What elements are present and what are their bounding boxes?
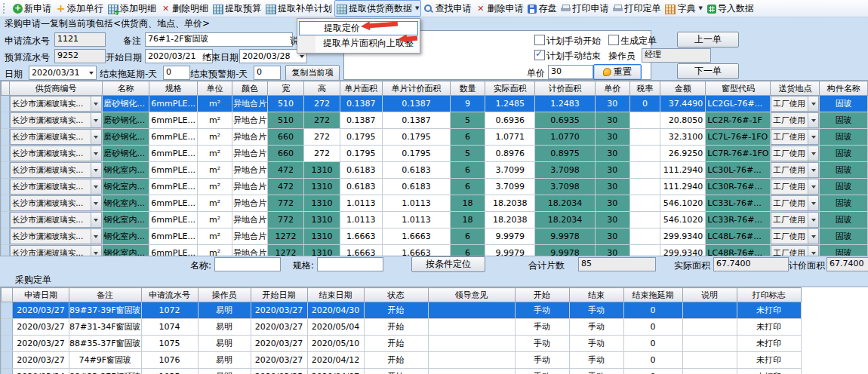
chevron-down-icon[interactable] bbox=[91, 213, 101, 227]
toolbar-button[interactable]: 新申请 bbox=[11, 0, 54, 17]
detail-grid-header-cell[interactable]: 单片计价面积 bbox=[382, 81, 450, 96]
chevron-down-icon[interactable] bbox=[808, 196, 818, 210]
plan-manual-end-checkbox[interactable] bbox=[534, 50, 545, 60]
delay-field[interactable]: 0 bbox=[163, 66, 190, 80]
detail-grid-row[interactable]: 长沙市潇湘玻璃实...钢化室内...6mmPLE...m²异地合片1272131… bbox=[2, 245, 868, 257]
detail-grid-header-cell[interactable]: 窗型代码 bbox=[706, 81, 771, 96]
order-grid-header-cell[interactable]: 说明 bbox=[682, 288, 737, 302]
toolbar-button[interactable]: 打印定单 bbox=[611, 0, 663, 17]
detail-grid-header-cell[interactable]: 规格 bbox=[149, 81, 198, 96]
order-grid-row[interactable]: 2020/03/2787#31-34F窗固玻1074易明2020/03/2720… bbox=[2, 319, 802, 336]
detail-grid-header-cell[interactable]: 计价面积 bbox=[535, 81, 595, 96]
toolbar-button[interactable]: 查找申请 bbox=[421, 0, 473, 17]
detail-grid-header-cell[interactable]: 单片面积 bbox=[340, 81, 382, 96]
detail-grid-cell[interactable]: 长沙市潇湘玻璃实... bbox=[10, 179, 102, 195]
order-grid-header-cell[interactable]: 结束日期 bbox=[307, 288, 364, 302]
chevron-down-icon[interactable] bbox=[91, 113, 101, 127]
detail-grid-cell[interactable]: 长沙市潇湘玻璃实... bbox=[10, 146, 102, 162]
detail-grid-header-cell[interactable]: 实际面积 bbox=[485, 81, 535, 96]
detail-grid-row[interactable]: 长沙市潇湘玻璃实...磨砂钢化...6mmPLE...m²异地合片6602720… bbox=[2, 129, 868, 146]
detail-grid-row[interactable]: 长沙市潇湘玻璃实...钢化室内...6mmPLE...m²异地合片1272131… bbox=[2, 228, 868, 245]
toolbar-button[interactable]: 添加明细 bbox=[106, 0, 159, 17]
order-grid-header-cell[interactable]: 结束拖延期 bbox=[623, 288, 682, 302]
detail-grid-cell[interactable]: 长沙市潇湘玻璃实... bbox=[10, 212, 102, 228]
chevron-down-icon[interactable] bbox=[808, 146, 818, 161]
chevron-down-icon[interactable] bbox=[91, 130, 101, 144]
detail-grid-header-cell[interactable]: 颜色 bbox=[232, 81, 268, 96]
detail-grid-header-cell[interactable]: 单价 bbox=[595, 81, 629, 96]
chevron-down-icon[interactable] bbox=[808, 113, 818, 127]
generate-order-checkbox[interactable] bbox=[608, 35, 619, 45]
detail-grid-cell[interactable]: 长沙市潇湘玻璃实... bbox=[10, 162, 102, 179]
chevron-down-icon[interactable] bbox=[91, 246, 101, 256]
detail-grid-cell[interactable]: 长沙市潇湘玻璃实... bbox=[10, 228, 102, 245]
toolbar-button[interactable]: 提取补单计划 bbox=[263, 0, 334, 17]
toolbar-button[interactable]: 存盘 bbox=[525, 0, 559, 17]
order-grid-row[interactable]: 2020/03/2488#23-27F门顶玻1035易明2020/03/2520… bbox=[2, 369, 802, 374]
detail-grid-header-cell[interactable]: 宽 bbox=[267, 81, 303, 96]
toolbar-button[interactable]: 提取预算 bbox=[211, 0, 263, 17]
warning-field[interactable]: 0 bbox=[254, 66, 281, 80]
detail-grid-row[interactable]: 长沙市潇湘玻璃实...钢化室内...6mmPLE...m²异地合片4721310… bbox=[2, 162, 868, 179]
chevron-down-icon[interactable] bbox=[808, 130, 818, 144]
order-grid-header-cell[interactable]: 申请流水号 bbox=[141, 288, 198, 302]
chevron-down-icon[interactable] bbox=[808, 163, 818, 177]
order-grid-row[interactable]: 2020/03/2788#35-37F窗固玻1075易明2020/03/2720… bbox=[2, 336, 802, 352]
detail-grid-cell[interactable]: 工厂使用 bbox=[771, 245, 820, 257]
filter-name-input[interactable] bbox=[214, 257, 281, 271]
detail-grid-cell[interactable]: 长沙市潇湘玻璃实... bbox=[10, 112, 102, 129]
unit-price-field[interactable]: 30 bbox=[548, 65, 593, 79]
detail-grid-cell[interactable]: 工厂使用 bbox=[771, 112, 820, 129]
chevron-down-icon[interactable] bbox=[808, 213, 818, 227]
previous-order-button[interactable]: 上一单 bbox=[677, 32, 739, 48]
detail-grid-cell[interactable]: 工厂使用 bbox=[771, 146, 820, 162]
toolbar-button[interactable]: 字典▼ bbox=[663, 0, 704, 17]
toolbar-button[interactable]: 打印申请 bbox=[559, 0, 611, 17]
detail-grid-header-cell[interactable]: 供货商编号 bbox=[10, 81, 102, 96]
order-grid-header-cell[interactable]: 备注 bbox=[69, 288, 142, 302]
detail-grid-header-cell[interactable]: 单位 bbox=[197, 81, 232, 96]
chevron-down-icon[interactable] bbox=[91, 179, 101, 194]
chevron-down-icon[interactable] bbox=[86, 66, 96, 79]
order-grid-header-cell[interactable]: 状态 bbox=[364, 288, 428, 302]
detail-grid-cell[interactable]: 长沙市潇湘玻璃实... bbox=[10, 129, 102, 146]
detail-grid-cell[interactable]: 长沙市潇湘玻璃实... bbox=[10, 96, 102, 112]
filter-spec-input[interactable] bbox=[317, 257, 383, 271]
detail-grid-cell[interactable]: 工厂使用 bbox=[771, 179, 820, 195]
detail-grid-header-cell[interactable]: 构件名称 bbox=[820, 81, 868, 96]
detail-grid-header-cell[interactable]: 高 bbox=[304, 81, 340, 96]
reset-button[interactable]: 重置 bbox=[593, 64, 642, 80]
order-grid-header-cell[interactable]: 领导意见 bbox=[428, 288, 515, 302]
detail-grid-row[interactable]: 长沙市潇湘玻璃实...钢化室内...6mmPLE...m²异地合片7721310… bbox=[2, 195, 868, 212]
operator-field[interactable]: 经理 bbox=[642, 48, 711, 63]
chevron-down-icon[interactable] bbox=[91, 146, 101, 161]
order-grid-header-cell[interactable]: 申请日期 bbox=[13, 288, 69, 302]
detail-grid-header-cell[interactable]: 税率 bbox=[629, 81, 660, 96]
toolbar-button[interactable]: 删除明细 bbox=[159, 0, 211, 17]
detail-grid-header-cell[interactable]: 金额 bbox=[660, 81, 706, 96]
plan-manual-start-checkbox[interactable] bbox=[534, 35, 545, 45]
chevron-down-icon[interactable] bbox=[808, 179, 818, 194]
detail-grid-row[interactable]: 长沙市潇湘玻璃实...磨砂钢化...6mmPLE...m²异地合片5102720… bbox=[2, 96, 868, 112]
detail-grid-cell[interactable]: 工厂使用 bbox=[771, 212, 820, 228]
date-picker[interactable]: 2020/03/31 bbox=[29, 66, 97, 80]
toolbar-button[interactable]: 删除申请 bbox=[473, 0, 525, 17]
toolbar-button[interactable]: 添加单行 bbox=[54, 0, 106, 17]
detail-grid-header-cell[interactable]: 名称 bbox=[102, 81, 149, 96]
detail-grid-cell[interactable]: 长沙市潇湘玻璃实... bbox=[10, 195, 102, 212]
detail-grid-cell[interactable]: 工厂使用 bbox=[771, 129, 820, 146]
detail-grid-cell[interactable]: 长沙市潇湘玻璃实... bbox=[10, 245, 102, 257]
chevron-down-icon[interactable] bbox=[91, 196, 101, 210]
order-grid-header-cell[interactable]: 结束 bbox=[569, 288, 623, 302]
order-grid-header-cell[interactable]: 开始 bbox=[515, 288, 569, 302]
chevron-down-icon[interactable] bbox=[91, 229, 101, 244]
menu-item[interactable]: 提取定价 bbox=[299, 21, 418, 35]
order-grid-row[interactable]: 2020/03/2774#9F窗固玻1076易明2020/03/272020/0… bbox=[2, 352, 802, 369]
toolbar-grip[interactable] bbox=[3, 3, 8, 14]
request-no-field[interactable]: 1121 bbox=[54, 32, 106, 47]
chevron-down-icon[interactable] bbox=[91, 163, 101, 177]
budget-no-field[interactable]: 9252 bbox=[54, 49, 106, 63]
order-grid-header-cell[interactable]: 打印标志 bbox=[737, 288, 801, 302]
detail-grid-header-cell[interactable]: 数量 bbox=[450, 81, 485, 96]
detail-grid-corner-cell[interactable] bbox=[2, 81, 10, 96]
